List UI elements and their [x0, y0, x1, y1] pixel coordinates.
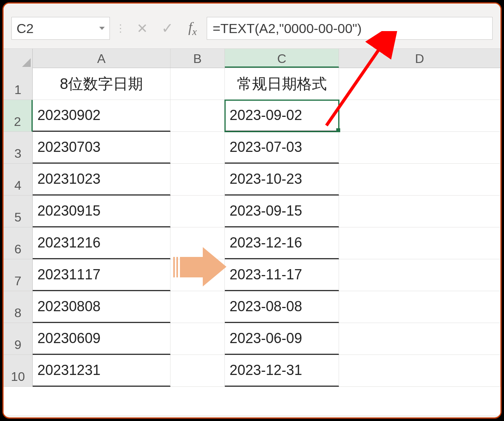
cell-text: 8位数字日期 — [60, 74, 143, 94]
select-all-corner[interactable] — [4, 49, 33, 68]
cell-C6[interactable]: 2023-12-16 — [225, 227, 339, 259]
cell-B10[interactable] — [170, 355, 225, 387]
cell-text: 20231023 — [37, 171, 100, 187]
fx-icon: fx — [188, 19, 197, 38]
cell-D8[interactable] — [339, 291, 500, 323]
row-1: 1 8位数字日期 常规日期格式 — [4, 68, 500, 100]
row-header-3[interactable]: 3 — [4, 132, 33, 164]
cell-B9[interactable] — [170, 323, 225, 355]
cell-A8[interactable]: 20230808 — [33, 291, 170, 323]
cell-B5[interactable] — [170, 196, 225, 227]
cell-A1[interactable]: 8位数字日期 — [33, 68, 170, 100]
cell-C5[interactable]: 2023-09-15 — [225, 196, 339, 227]
cell-D6[interactable] — [339, 227, 500, 259]
rows: 1 8位数字日期 常规日期格式 2 20230902 2023-09-02 3 … — [4, 68, 500, 387]
cell-text: 2023-12-16 — [230, 235, 302, 251]
cell-D9[interactable] — [339, 323, 500, 355]
row-header-1[interactable]: 1 — [4, 68, 33, 100]
col-header-B[interactable]: B — [170, 49, 225, 68]
cell-text: 20231231 — [37, 362, 100, 379]
cell-D10[interactable] — [339, 355, 500, 387]
cell-A4[interactable]: 20231023 — [33, 164, 170, 196]
cell-A6[interactable]: 20231216 — [33, 227, 170, 259]
formula-input[interactable]: =TEXT(A2,"0000-00-00") — [207, 17, 493, 40]
x-icon: ✕ — [137, 20, 148, 36]
row-7: 7 20231117 2023-11-17 — [4, 259, 500, 291]
row-4: 4 20231023 2023-10-23 — [4, 164, 500, 196]
name-box-dropdown-icon[interactable] — [99, 27, 105, 30]
cell-A5[interactable]: 20230915 — [33, 196, 170, 227]
row-6: 6 20231216 2023-12-16 — [4, 227, 500, 259]
row-header-4[interactable]: 4 — [4, 164, 33, 196]
cell-text: 2023-11-17 — [230, 266, 302, 283]
cell-C9[interactable]: 2023-06-09 — [225, 323, 339, 355]
cell-D4[interactable] — [339, 164, 500, 196]
cell-D3[interactable] — [339, 132, 500, 164]
formula-text: =TEXT(A2,"0000-00-00") — [213, 21, 361, 36]
cell-B2[interactable] — [170, 100, 225, 132]
row-8: 8 20230808 2023-08-08 — [4, 291, 500, 323]
row-header-8[interactable]: 8 — [4, 291, 33, 323]
cell-A2[interactable]: 20230902 — [33, 100, 170, 132]
cell-D2[interactable] — [339, 100, 500, 132]
row-header-5[interactable]: 5 — [4, 196, 33, 227]
cell-C3[interactable]: 2023-07-03 — [225, 132, 339, 164]
row-10: 10 20231231 2023-12-31 — [4, 355, 500, 387]
cell-B7[interactable] — [170, 259, 225, 291]
row-header-2[interactable]: 2 — [4, 100, 33, 132]
cell-C10[interactable]: 2023-12-31 — [225, 355, 339, 387]
cell-B3[interactable] — [170, 132, 225, 164]
cell-C7[interactable]: 2023-11-17 — [225, 259, 339, 291]
insert-function-button[interactable]: fx — [182, 17, 204, 39]
cell-B1[interactable] — [170, 68, 225, 100]
row-5: 5 20230915 2023-09-15 — [4, 196, 500, 227]
cell-A7[interactable]: 20231117 — [33, 259, 170, 291]
accept-formula-button[interactable]: ✓ — [156, 17, 178, 39]
row-header-10[interactable]: 10 — [4, 355, 33, 387]
cell-C1[interactable]: 常规日期格式 — [225, 68, 339, 100]
cell-B6[interactable] — [170, 227, 225, 259]
cell-D5[interactable] — [339, 196, 500, 227]
cell-text: 2023-10-23 — [230, 171, 302, 187]
cell-B4[interactable] — [170, 164, 225, 196]
cell-text: 20230902 — [37, 107, 100, 124]
cell-C8[interactable]: 2023-08-08 — [225, 291, 339, 323]
cell-text: 2023-09-15 — [230, 203, 302, 219]
row-9: 9 20230609 2023-06-09 — [4, 323, 500, 355]
cell-text: 2023-07-03 — [230, 139, 302, 155]
cell-text: 2023-09-02 — [230, 107, 302, 124]
cell-text: 常规日期格式 — [237, 74, 327, 94]
cell-A9[interactable]: 20230609 — [33, 323, 170, 355]
spreadsheet-grid[interactable]: A B C D 1 8位数字日期 常规日期格式 2 20230902 2023-… — [4, 48, 500, 415]
col-header-C[interactable]: C — [225, 49, 339, 68]
cell-text: 2023-12-31 — [230, 362, 302, 379]
cell-A10[interactable]: 20231231 — [33, 355, 170, 387]
col-header-A[interactable]: A — [33, 49, 170, 68]
cell-D7[interactable] — [339, 259, 500, 291]
row-header-9[interactable]: 9 — [4, 323, 33, 355]
cell-D1[interactable] — [339, 68, 500, 100]
column-headers: A B C D — [4, 48, 500, 68]
name-box-text: C2 — [17, 21, 33, 36]
cell-text: 20230915 — [37, 203, 100, 219]
cell-text: 20231216 — [37, 235, 100, 251]
excel-window: C2 ⋮ ✕ ✓ fx =TEXT(A2,"0000-00-00") A B C… — [2, 2, 502, 419]
cancel-formula-button[interactable]: ✕ — [131, 17, 153, 39]
cell-B8[interactable] — [170, 291, 225, 323]
row-header-6[interactable]: 6 — [4, 227, 33, 259]
col-header-D[interactable]: D — [339, 49, 500, 68]
cell-text: 20231117 — [37, 266, 100, 283]
cell-C2[interactable]: 2023-09-02 — [225, 100, 339, 132]
cell-text: 20230808 — [37, 298, 100, 315]
name-box[interactable]: C2 — [11, 17, 110, 40]
row-header-7[interactable]: 7 — [4, 259, 33, 291]
row-3: 3 20230703 2023-07-03 — [4, 132, 500, 164]
separator-icon: ⋮ — [113, 22, 128, 35]
cell-text: 2023-06-09 — [230, 330, 302, 347]
cell-C4[interactable]: 2023-10-23 — [225, 164, 339, 196]
cell-text: 20230609 — [37, 330, 100, 347]
check-icon: ✓ — [161, 20, 173, 37]
row-2: 2 20230902 2023-09-02 — [4, 100, 500, 132]
cell-A3[interactable]: 20230703 — [33, 132, 170, 164]
cell-text: 20230703 — [37, 139, 100, 155]
